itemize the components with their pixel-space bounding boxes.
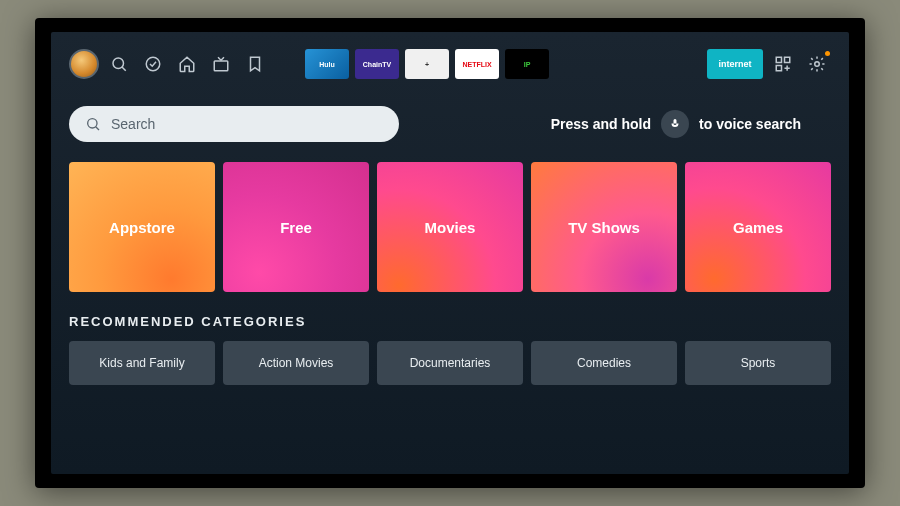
svg-rect-4 [776,57,781,62]
tile-movies[interactable]: Movies [377,162,523,292]
app-tile-4[interactable]: IP [505,49,549,79]
recommended-row: Kids and Family Action Movies Documentar… [69,341,831,385]
voice-hint-prefix: Press and hold [551,116,651,132]
voice-hint-suffix: to voice search [699,116,801,132]
internet-label: internet [718,59,751,69]
tile-games[interactable]: Games [685,162,831,292]
app-tile-3[interactable]: NETFLIX [455,49,499,79]
top-nav: Hulu ChainTV + NETFLIX IP internet [69,44,831,84]
svg-rect-6 [776,66,781,71]
svg-point-8 [88,119,97,128]
svg-rect-5 [785,57,790,62]
svg-line-9 [96,127,99,130]
apps-grid-icon[interactable] [769,50,797,78]
svg-point-7 [815,62,820,67]
cat-kids-family[interactable]: Kids and Family [69,341,215,385]
svg-point-0 [113,58,124,69]
mic-icon [661,110,689,138]
recommended-heading: RECOMMENDED CATEGORIES [69,314,831,329]
live-tv-icon[interactable] [207,50,235,78]
recent-apps: Hulu ChainTV + NETFLIX IP [305,49,549,79]
check-circle-icon[interactable] [139,50,167,78]
search-icon-small [85,116,101,132]
tile-tvshows[interactable]: TV Shows [531,162,677,292]
tv-frame: Hulu ChainTV + NETFLIX IP internet Searc… [35,18,865,488]
internet-app[interactable]: internet [707,49,763,79]
tile-label: Movies [425,219,476,236]
app-tile-0[interactable]: Hulu [305,49,349,79]
cat-sports[interactable]: Sports [685,341,831,385]
tile-label: Free [280,219,312,236]
profile-avatar[interactable] [69,49,99,79]
app-tile-1[interactable]: ChainTV [355,49,399,79]
svg-line-1 [122,67,126,71]
tile-label: TV Shows [568,219,640,236]
category-tiles: Appstore Free Movies TV Shows Games [69,162,831,292]
search-icon[interactable] [105,50,133,78]
notification-dot [825,51,830,56]
cat-action-movies[interactable]: Action Movies [223,341,369,385]
app-tile-2[interactable]: + [405,49,449,79]
cat-documentaries[interactable]: Documentaries [377,341,523,385]
settings-icon[interactable] [803,50,831,78]
screen: Hulu ChainTV + NETFLIX IP internet Searc… [51,32,849,474]
bookmark-icon[interactable] [241,50,269,78]
search-input[interactable]: Search [69,106,399,142]
tile-label: Appstore [109,219,175,236]
tile-label: Games [733,219,783,236]
svg-point-2 [146,57,160,71]
home-icon[interactable] [173,50,201,78]
tile-free[interactable]: Free [223,162,369,292]
voice-search-hint: Press and hold to voice search [551,110,801,138]
search-row: Search Press and hold to voice search [69,106,831,142]
tile-appstore[interactable]: Appstore [69,162,215,292]
search-placeholder: Search [111,116,155,132]
svg-rect-3 [214,61,228,71]
cat-comedies[interactable]: Comedies [531,341,677,385]
